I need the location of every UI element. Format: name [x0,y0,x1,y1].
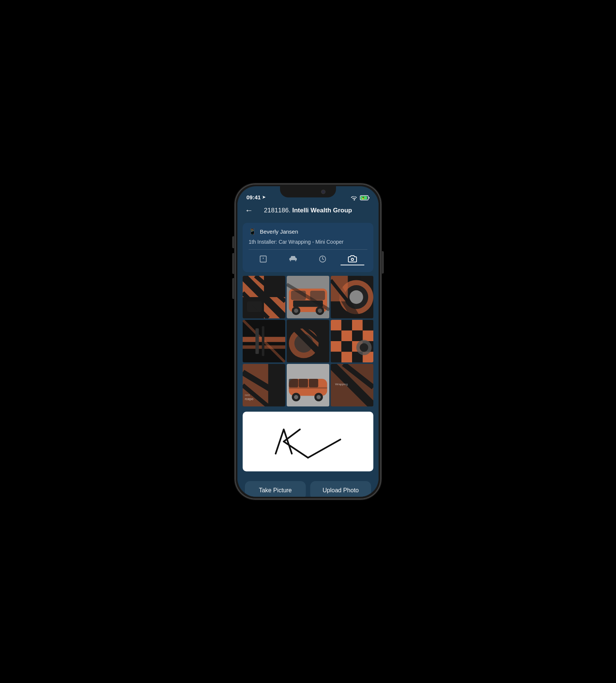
job-description: 1th Installer: Car Wrapping - Mini Coope… [249,239,367,250]
status-time: 09:41 ➤ [246,194,265,200]
svg-rect-45 [331,320,342,331]
header-title: 2181186. Intelli Wealth Group [258,207,358,214]
svg-text:nent: nent [245,394,250,396]
job-id: 2181186. [264,207,290,214]
svg-point-62 [360,343,368,352]
volume-down-button [232,278,234,299]
volume-up-button [232,253,234,274]
camera-icon [348,255,357,262]
battery-icon: ⚡ [360,195,370,200]
photo-2[interactable] [287,276,329,318]
svg-rect-71 [289,379,298,387]
job-card: 📱 Beverly Jansen 1th Installer: Car Wrap… [243,223,373,272]
company-name: Intelli Wealth Group [292,207,352,214]
svg-rect-54 [342,341,352,352]
car-icon [289,255,298,262]
svg-point-8 [351,258,354,261]
signature-area [243,412,373,471]
status-right: ⚡ [351,195,370,200]
back-button[interactable]: ← [245,206,253,215]
svg-rect-72 [299,379,308,387]
svg-rect-52 [363,331,374,342]
photo-9[interactable]: Wrapping [331,364,373,406]
svg-rect-51 [352,331,363,342]
photo-grid: rcepo nent [237,272,379,410]
job-person: 📱 Beverly Jansen [249,228,367,235]
photo-4[interactable] [243,320,285,362]
svg-text:Wrapping: Wrapping [335,383,348,386]
svg-point-23 [294,309,298,313]
svg-point-24 [318,309,322,313]
photo-1[interactable] [243,276,285,318]
svg-rect-37 [255,328,259,354]
tab-alert[interactable] [252,253,275,265]
photo-7[interactable]: rcepo nent [243,364,285,406]
svg-rect-49 [331,331,342,342]
svg-point-29 [349,290,363,304]
svg-rect-53 [331,341,342,352]
svg-rect-15 [247,301,262,312]
wifi-icon [351,195,358,200]
tab-car[interactable] [281,253,305,265]
content-area: 📱 Beverly Jansen 1th Installer: Car Wrap… [237,219,379,497]
photo-8[interactable] [287,364,329,406]
svg-rect-38 [262,326,264,356]
tab-bar [249,250,367,267]
alert-icon [259,255,267,263]
photo-5[interactable] [287,320,329,362]
svg-rect-50 [342,331,352,342]
notch [280,186,336,197]
svg-text:rcepo: rcepo [245,397,253,401]
svg-rect-47 [352,320,363,331]
svg-rect-48 [363,320,374,331]
device-icon: 📱 [249,228,256,235]
svg-rect-57 [331,352,342,363]
upload-photo-button[interactable]: Upload Photo [310,481,371,497]
location-icon: ➤ [262,195,265,200]
svg-rect-73 [309,379,318,387]
action-buttons: Take Picture Upload Photo [237,476,379,497]
phone-frame: 09:41 ➤ ⚡ [235,184,381,499]
svg-rect-78 [289,387,327,389]
tab-camera[interactable] [340,253,364,265]
clock-icon [318,255,327,263]
photo-3[interactable] [331,276,373,318]
silent-button [232,236,234,248]
svg-text:⚡: ⚡ [361,197,365,200]
signature-svg [249,417,367,466]
tab-clock[interactable] [311,253,334,265]
svg-rect-46 [342,320,352,331]
person-name: Beverly Jansen [260,228,298,235]
phone-screen: 09:41 ➤ ⚡ [237,186,379,497]
power-button [382,251,384,274]
svg-point-77 [317,395,321,399]
front-camera [321,190,326,194]
app-header: ← 2181186. Intelli Wealth Group [237,203,379,219]
photo-6[interactable] [331,320,373,362]
take-picture-button[interactable]: Take Picture [245,481,306,497]
clock-display: 09:41 [246,194,261,200]
svg-rect-58 [342,352,352,363]
svg-point-76 [294,395,298,399]
